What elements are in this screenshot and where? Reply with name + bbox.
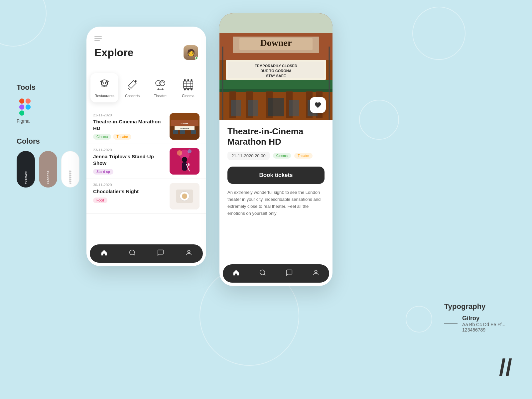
svg-rect-2: [19, 104, 24, 109]
typography-divider: [444, 324, 458, 324]
category-concerts[interactable]: Concerts: [118, 73, 146, 102]
hero-image: Downer TEMPORARILY CLOSED DUE TO CORONA …: [219, 13, 332, 120]
event-tags-3: Food: [93, 198, 166, 203]
event-card-1[interactable]: 21-11-2020 Theatre-in-Cinema Marathon HD…: [86, 109, 206, 144]
typography-title: Typography: [444, 302, 505, 311]
cinema-icon: [182, 78, 195, 91]
color-swatch-light: #FFFFFF: [61, 151, 79, 188]
categories-row: Restaurants Concerts: [86, 73, 206, 102]
event-card-3[interactable]: 30-11-2020 Chocolatier's Night Food: [86, 179, 206, 214]
svg-rect-66: [268, 98, 284, 116]
tools-section: Tools Figma: [17, 83, 79, 124]
detail-date: 21-11-2020 20:00: [227, 152, 270, 160]
svg-point-17: [188, 79, 189, 81]
category-cinema[interactable]: Cinema: [174, 73, 202, 102]
svg-point-10: [160, 80, 165, 86]
choco-img: [170, 183, 200, 209]
font-name: Gilroy: [462, 315, 505, 322]
svg-rect-56: [219, 80, 332, 90]
svg-text:TEMPORARILY CLOSED: TEMPORARILY CLOSED: [255, 64, 297, 68]
book-tickets-button[interactable]: Book tickets: [227, 167, 325, 184]
svg-point-20: [188, 89, 189, 90]
nav-search-2[interactable]: [259, 269, 266, 278]
user-avatar[interactable]: 🧑: [184, 45, 198, 60]
tag-food: Food: [93, 198, 107, 203]
detail-tag-cinema: Cinema: [273, 153, 291, 159]
nav-chat-2[interactable]: [286, 269, 293, 278]
detail-body: Theatre-in-Cinema Marathon HD 21-11-2020…: [219, 120, 332, 224]
svg-rect-64: [231, 100, 241, 116]
color-label-dark: #212529: [24, 171, 28, 184]
tag-cinema-1: Cinema: [93, 134, 111, 140]
event-tags-2: Stand-up: [93, 169, 166, 175]
nav-home-1[interactable]: [100, 249, 108, 258]
typography-section: Typography Gilroy Aa Bb Cc Dd Ee Ff... 1…: [444, 302, 505, 332]
menu-icon[interactable]: [94, 37, 198, 41]
bottom-nav-1: [90, 244, 203, 263]
svg-point-44: [188, 250, 190, 253]
detail-description: An extremely wonderful sight: to see the…: [227, 189, 325, 217]
svg-rect-11: [184, 81, 193, 88]
svg-rect-36: [182, 162, 187, 171]
cinema-label: Cinema: [182, 94, 195, 98]
detail-tag-theatre: Theatre: [294, 153, 312, 159]
event-tags-1: Cinema Theatre: [93, 134, 166, 140]
svg-point-7: [105, 82, 107, 84]
tag-theatre-1: Theatre: [113, 134, 131, 140]
nav-profile-1[interactable]: [185, 249, 193, 258]
svg-rect-38: [188, 163, 190, 166]
colors-title: Colors: [17, 137, 79, 146]
svg-point-35: [182, 157, 187, 162]
phone-explore: Explore 🧑 Restaurants: [86, 27, 206, 266]
concerts-icon: [126, 78, 139, 91]
event-title-1: Theatre-in-Cinema Marathon HD: [93, 118, 166, 131]
event-title-3: Chocolatier's Night: [93, 188, 166, 195]
svg-point-33: [177, 150, 182, 156]
svg-text:DOWNER: DOWNER: [180, 127, 189, 129]
detail-meta: 21-11-2020 20:00 Cinema Theatre: [227, 152, 325, 160]
tag-standup: Stand-up: [93, 169, 113, 175]
nav-search-1[interactable]: [129, 249, 136, 258]
color-swatches: #212529 #A58E84 #FFFFFF: [17, 151, 79, 188]
restaurants-icon: [98, 78, 111, 91]
svg-point-6: [101, 82, 103, 84]
category-theatre[interactable]: Theatre: [146, 73, 174, 102]
svg-point-16: [184, 79, 186, 81]
typography-line: Gilroy Aa Bb Cc Dd Ee Ff... 123456789: [444, 315, 505, 332]
svg-point-18: [191, 79, 192, 81]
svg-point-71: [260, 270, 265, 275]
phone-detail: Downer TEMPORARILY CLOSED DUE TO CORONA …: [219, 13, 332, 286]
svg-text:Downer: Downer: [260, 38, 292, 48]
double-slash: //: [499, 356, 512, 379]
heart-icon: [314, 101, 322, 109]
event-info-1: 21-11-2020 Theatre-in-Cinema Marathon HD…: [93, 113, 166, 140]
svg-rect-65: [248, 100, 258, 116]
svg-text:STAY SAFE: STAY SAFE: [266, 74, 286, 78]
svg-rect-0: [19, 98, 24, 103]
event-title-2: Jenna Triplow's Stand-Up Show: [93, 153, 166, 166]
like-button[interactable]: [310, 97, 326, 113]
concerts-label: Concerts: [125, 94, 140, 98]
event-card-2[interactable]: 23-11-2020 Jenna Triplow's Stand-Up Show…: [86, 144, 206, 179]
theatre-icon: [154, 78, 167, 91]
event-date-3: 30-11-2020: [93, 183, 166, 187]
svg-text:DUE TO CORONA: DUE TO CORONA: [260, 69, 291, 73]
figma-icon: [17, 97, 33, 117]
phones-container: Explore 🧑 Restaurants: [86, 27, 332, 286]
color-label-mid: #A58E84: [47, 171, 50, 184]
svg-rect-67: [289, 100, 299, 116]
nav-profile-2[interactable]: [312, 269, 320, 278]
event-image-1: DOWNER DOWNER: [170, 113, 200, 140]
theatre-label: Theatre: [154, 94, 167, 98]
event-info-2: 23-11-2020 Jenna Triplow's Stand-Up Show…: [93, 148, 166, 175]
tools-title: Tools: [17, 83, 79, 92]
font-numbers: 123456789: [462, 327, 505, 332]
category-restaurants[interactable]: Restaurants: [90, 73, 118, 102]
svg-point-72: [315, 270, 317, 273]
nav-home-2[interactable]: [232, 269, 240, 278]
detail-title: Theatre-in-Cinema Marathon HD: [227, 126, 325, 147]
explore-header: Explore 🧑: [86, 27, 206, 73]
event-image-3: [170, 183, 200, 209]
svg-point-21: [191, 89, 192, 90]
nav-chat-1[interactable]: [157, 249, 164, 258]
